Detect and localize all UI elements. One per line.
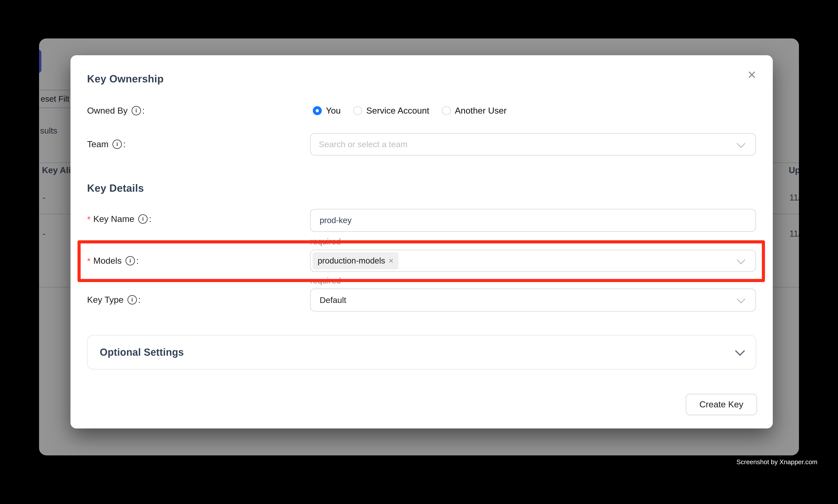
radio-service-account-label[interactable]: Service Account [366,106,429,116]
radio-you-label[interactable]: You [326,106,341,116]
annotation-highlight-box [77,240,765,282]
optional-settings-toggle[interactable]: Optional Settings [87,335,756,370]
radio-service-account[interactable] [353,106,362,115]
team-select[interactable]: Search or select a team [310,133,756,156]
close-icon[interactable]: ✕ [744,67,760,83]
owned-by-radio-group: You Service Account Another User [313,102,507,119]
key-type-label: Key Type i : [87,291,141,308]
section-title-key-details: Key Details [87,182,144,194]
radio-you[interactable] [313,106,322,115]
chevron-down-icon [737,139,746,148]
modal-title: Key Ownership [87,73,164,85]
radio-another-user-label[interactable]: Another User [455,106,507,116]
chevron-down-icon [737,295,746,304]
owned-by-label: Owned By i : [87,102,145,119]
chevron-down-icon [735,346,745,356]
screen: eset Filt sults Key Alia Up - 11/ - 11/ … [0,0,838,504]
key-name-label: * Key Name i : [87,211,151,228]
key-type-value: Default [310,295,346,305]
team-select-placeholder: Search or select a team [310,140,408,149]
info-icon: i [127,295,137,305]
required-asterisk: * [87,214,91,225]
key-name-input[interactable]: prod-key [310,209,756,232]
team-label: Team i : [87,136,126,153]
info-icon: i [138,214,148,224]
key-name-value: prod-key [310,216,352,225]
watermark: Screenshot by Xnapper.com [736,458,818,466]
info-icon: i [131,106,141,115]
optional-settings-label: Optional Settings [100,346,184,358]
info-icon: i [112,140,122,149]
radio-another-user[interactable] [442,106,451,115]
key-type-select[interactable]: Default [310,288,756,311]
create-key-button[interactable]: Create Key [686,394,757,415]
